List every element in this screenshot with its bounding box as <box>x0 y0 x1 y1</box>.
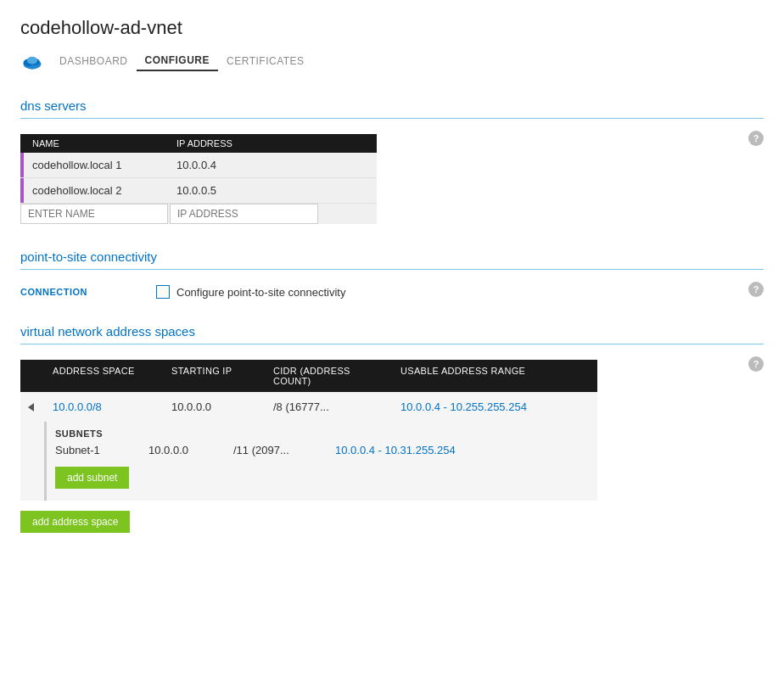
addr-space-value: 10.0.0.0/8 <box>46 394 165 420</box>
addr-chevron-icon <box>28 403 34 412</box>
addr-space-row: 10.0.0.0/8 10.0.0.0 /8 (16777... 10.0.0.… <box>20 392 597 422</box>
dns-entry-ip-1: 10.0.0.4 <box>168 153 225 177</box>
dns-ip-input[interactable] <box>170 204 318 224</box>
connection-row: CONNECTION Configure point-to-site conne… <box>20 285 748 299</box>
dns-name-input[interactable] <box>20 204 168 224</box>
addr-starting-ip: 10.0.0.0 <box>165 394 266 420</box>
addr-cidr: /8 (16777... <box>266 394 394 420</box>
dns-col-name: NAME <box>24 134 168 153</box>
subnet-ip: 10.0.0.0 <box>148 444 233 456</box>
tab-certificates[interactable]: CERTIFICATES <box>218 52 313 70</box>
dns-entry-name-1: codehollow.local 1 <box>24 153 168 177</box>
addr-col-usable: USABLE ADDRESS RANGE <box>394 360 597 392</box>
addr-chevron-cell <box>20 403 46 412</box>
page-title: codehollow-ad-vnet <box>20 17 764 39</box>
p2s-help-icon[interactable]: ? <box>748 282 764 297</box>
p2s-checkbox[interactable] <box>156 285 170 299</box>
cloud-icon <box>20 49 44 73</box>
dns-help-icon[interactable]: ? <box>748 131 764 146</box>
nav-tabs: DASHBOARD CONFIGURE CERTIFICATES <box>20 49 764 73</box>
dns-input-row <box>20 204 377 224</box>
dns-table-header: NAME IP ADDRESS <box>20 134 377 153</box>
subnet-usable: 10.0.0.4 - 10.31.255.254 <box>335 444 597 456</box>
subnets-label: SUBNETS <box>55 422 597 442</box>
dns-entry-row: codehollow.local 2 10.0.0.5 <box>20 178 377 204</box>
dns-entry-ip-2: 10.0.0.5 <box>168 178 225 203</box>
dns-entry-row: codehollow.local 1 10.0.0.4 <box>20 153 377 178</box>
connection-label: CONNECTION <box>20 287 156 297</box>
tab-configure[interactable]: CONFIGURE <box>137 51 219 71</box>
tab-dashboard[interactable]: DASHBOARD <box>51 52 137 70</box>
add-address-space-button[interactable]: add address space <box>20 511 130 533</box>
vnet-section: virtual network address spaces ? ADDRESS… <box>20 324 764 533</box>
subnet-section-wrap: SUBNETS Subnet-1 10.0.0.0 /11 (2097... 1… <box>20 422 597 501</box>
subnet-name: Subnet-1 <box>55 444 148 456</box>
dns-entry-name-2: codehollow.local 2 <box>24 178 168 203</box>
vnet-heading: virtual network address spaces <box>20 324 764 339</box>
addr-col-space: ADDRESS SPACE <box>46 360 165 392</box>
addr-col-starting: STARTING IP <box>165 360 266 392</box>
dns-section: dns servers ? NAME IP ADDRESS codehollow… <box>20 98 764 224</box>
vnet-help-icon[interactable]: ? <box>748 356 764 372</box>
addr-usable-range: 10.0.0.4 - 10.255.255.254 <box>394 394 597 420</box>
addr-table-wrap: ADDRESS SPACE STARTING IP CIDR (ADDRESS … <box>20 360 597 501</box>
p2s-checkbox-label[interactable]: Configure point-to-site connectivity <box>176 286 345 299</box>
dns-col-ip: IP ADDRESS <box>168 134 241 153</box>
svg-point-3 <box>27 57 37 64</box>
p2s-section: point-to-site connectivity ? CONNECTION … <box>20 249 764 299</box>
dns-entries: codehollow.local 1 10.0.0.4 codehollow.l… <box>20 153 377 204</box>
add-subnet-wrap: add subnet <box>55 458 597 501</box>
dns-heading: dns servers <box>20 98 764 113</box>
connection-checkbox-wrap[interactable]: Configure point-to-site connectivity <box>156 285 345 299</box>
subnet-cidr: /11 (2097... <box>233 444 335 456</box>
add-subnet-button[interactable]: add subnet <box>55 467 129 489</box>
addr-col-cidr: CIDR (ADDRESS COUNT) <box>266 360 394 392</box>
subnet-content: SUBNETS Subnet-1 10.0.0.0 /11 (2097... 1… <box>47 422 597 501</box>
addr-table-header: ADDRESS SPACE STARTING IP CIDR (ADDRESS … <box>20 360 597 392</box>
p2s-heading: point-to-site connectivity <box>20 249 764 264</box>
subnet-row: Subnet-1 10.0.0.0 /11 (2097... 10.0.0.4 … <box>55 442 597 458</box>
